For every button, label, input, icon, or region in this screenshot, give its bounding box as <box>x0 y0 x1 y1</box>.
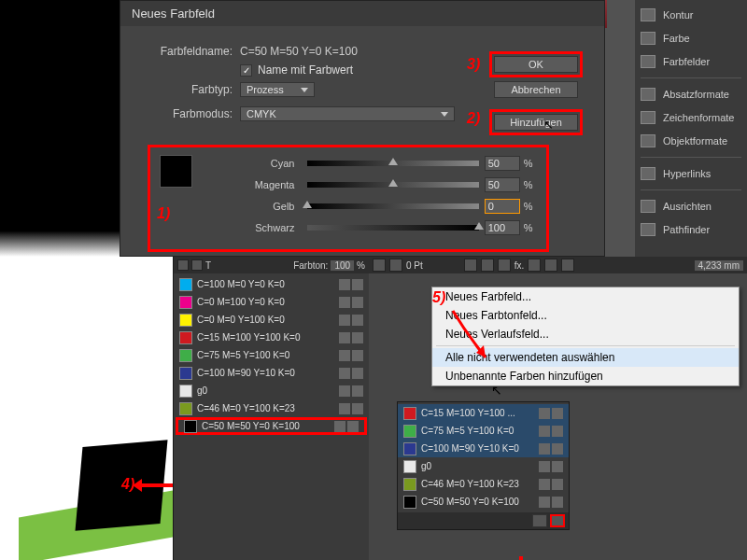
yellow-input[interactable]: 0 <box>485 199 520 214</box>
hyperlinks-icon <box>641 167 655 180</box>
stroke-weight[interactable]: 0 Pt <box>406 260 423 271</box>
name-label: Farbfeldname: <box>139 45 233 58</box>
swatch-row[interactable]: g0 <box>174 382 369 399</box>
black-label: Schwarz <box>205 222 294 233</box>
chevron-down-icon <box>441 112 448 117</box>
yellow-label: Gelb <box>205 201 294 212</box>
hyperlinks-panel-tab[interactable]: Hyperlinks <box>641 164 741 183</box>
toolbar-btn[interactable] <box>561 259 574 272</box>
swatch-label: C=15 M=100 Y=100 ... <box>421 408 515 418</box>
name-with-value-checkbox[interactable]: ✓ <box>240 64 252 77</box>
control-bar: 0 Pt fx. 4,233 mm <box>369 257 747 273</box>
swatch-row[interactable]: C=15 M=100 Y=100 ... <box>398 404 569 422</box>
arrow-5 <box>439 306 504 371</box>
type-dropdown[interactable]: Prozess <box>240 82 315 97</box>
color-type-icon <box>352 332 363 343</box>
black-slider[interactable] <box>307 225 478 231</box>
swatch-label: C=50 M=50 Y=0 K=100 <box>202 421 300 431</box>
swatch-row[interactable]: C=0 M=100 Y=0 K=0 <box>174 293 369 311</box>
pathfinder-panel-tab[interactable]: Pathfinder <box>641 220 741 239</box>
color-mode-icon <box>334 421 345 432</box>
ok-button-highlight: OK <box>489 51 583 77</box>
measurement-value[interactable]: 4,233 mm <box>695 260 743 271</box>
delete-swatch-icon[interactable] <box>550 514 565 527</box>
menu-new-swatch[interactable]: Neues Farbfeld... <box>432 287 739 306</box>
tint-input[interactable]: 100 <box>331 260 354 271</box>
zeichen-panel-tab[interactable]: Zeichenformate <box>641 108 741 127</box>
stroke-icon <box>641 8 655 21</box>
fill-icon[interactable] <box>177 259 189 271</box>
cancel-button[interactable]: Abbrechen <box>494 81 578 98</box>
swatches-icon <box>641 55 655 68</box>
swatch-row[interactable]: C=50 M=50 Y=0 K=100 <box>398 493 569 511</box>
swatch-color-icon <box>179 385 192 398</box>
toolbar-btn[interactable] <box>464 259 477 272</box>
absatz-panel-tab[interactable]: Absatzformate <box>641 85 741 104</box>
objekt-panel-tab[interactable]: Objektformate <box>641 132 741 150</box>
swatch-row[interactable]: C=100 M=90 Y=10 K=0 <box>174 364 369 382</box>
fx-menu[interactable]: fx. <box>514 260 525 271</box>
stroke-style-icon[interactable] <box>389 259 402 272</box>
cyan-input[interactable]: 50 <box>485 156 520 171</box>
swatch-row[interactable]: C=75 M=5 Y=100 K=0 <box>174 346 369 364</box>
swatch-row[interactable]: g0 <box>398 457 569 475</box>
swatches-panel-toolbar: T Farbton: 100 % <box>174 257 369 273</box>
color-icon <box>641 32 655 45</box>
swatch-color-icon <box>403 496 416 509</box>
swatch-row[interactable]: C=46 M=0 Y=100 K=23 <box>398 475 569 493</box>
swatch-row[interactable]: C=100 M=0 Y=0 K=0 <box>174 275 369 293</box>
ok-button[interactable]: OK <box>494 56 578 73</box>
farbfelder-panel-tab[interactable]: Farbfelder <box>641 52 741 71</box>
yellow-slider[interactable] <box>307 203 478 209</box>
toolbar-btn[interactable] <box>528 259 541 272</box>
color-mode-icon <box>539 497 550 508</box>
add-button[interactable]: Hinzufügen <box>494 114 578 131</box>
toolbar-btn[interactable] <box>544 259 557 272</box>
swatch-color-icon <box>179 331 192 344</box>
magenta-label: Magenta <box>205 179 294 190</box>
swatch-row[interactable]: C=15 M=100 Y=100 K=0 <box>174 329 369 346</box>
color-mode-icon <box>339 350 350 361</box>
ausrichten-panel-tab[interactable]: Ausrichten <box>641 197 741 216</box>
new-swatch-icon[interactable] <box>532 514 547 527</box>
magenta-input[interactable]: 50 <box>485 177 520 192</box>
swatch-label: C=100 M=0 Y=0 K=0 <box>197 279 285 289</box>
chevron-down-icon <box>301 88 308 92</box>
swatch-row[interactable]: C=75 M=5 Y=100 K=0 <box>398 422 569 440</box>
toolbar-btn[interactable] <box>498 259 511 272</box>
swatch-row[interactable]: C=100 M=90 Y=10 K=0 <box>398 440 569 457</box>
swatch-preview <box>160 155 192 188</box>
cyan-slider[interactable] <box>307 161 478 166</box>
dialog-title: Neues Farbfeld <box>120 1 604 26</box>
color-mode-icon <box>339 315 350 326</box>
swatch-label: C=50 M=50 Y=0 K=100 <box>421 497 519 507</box>
swatch-row[interactable]: C=0 M=0 Y=100 K=0 <box>174 311 369 329</box>
cursor-icon: ↖ <box>543 118 554 132</box>
fill-icon[interactable] <box>373 259 386 272</box>
magenta-slider[interactable] <box>307 182 478 188</box>
color-mode-icon <box>539 408 550 419</box>
arrow-4 <box>140 483 173 487</box>
toolbar-btn[interactable] <box>481 259 494 272</box>
color-mode-icon <box>539 461 550 472</box>
kontur-panel-tab[interactable]: Kontur <box>641 6 741 24</box>
swatch-row[interactable]: C=50 M=50 Y=0 K=100 <box>176 417 367 435</box>
color-type-icon <box>352 279 363 290</box>
swatch-color-icon <box>403 478 416 491</box>
farbe-panel-tab[interactable]: Farbe <box>641 29 741 48</box>
panel-dock: Kontur Farbe Farbfelder Absatzformate Ze… <box>635 0 747 261</box>
black-input[interactable]: 100 <box>485 220 520 235</box>
swatch-row[interactable]: C=46 M=0 Y=100 K=23 <box>174 399 369 417</box>
color-mode-icon <box>339 332 350 343</box>
name-with-value-label: Name mit Farbwert <box>258 63 353 77</box>
mode-label: Farbmodus: <box>139 107 233 120</box>
tint-label: Farbton: <box>293 260 328 271</box>
mode-dropdown[interactable]: CMYK <box>240 106 455 121</box>
char-styles-icon <box>641 111 655 124</box>
swatch-color-icon <box>403 460 416 473</box>
stroke-icon[interactable] <box>191 259 203 271</box>
swatch-label: C=46 M=0 Y=100 K=23 <box>197 403 295 413</box>
swatch-label: g0 <box>421 461 431 471</box>
text-toggle-icon[interactable]: T <box>205 260 211 271</box>
color-type-icon <box>352 315 363 326</box>
